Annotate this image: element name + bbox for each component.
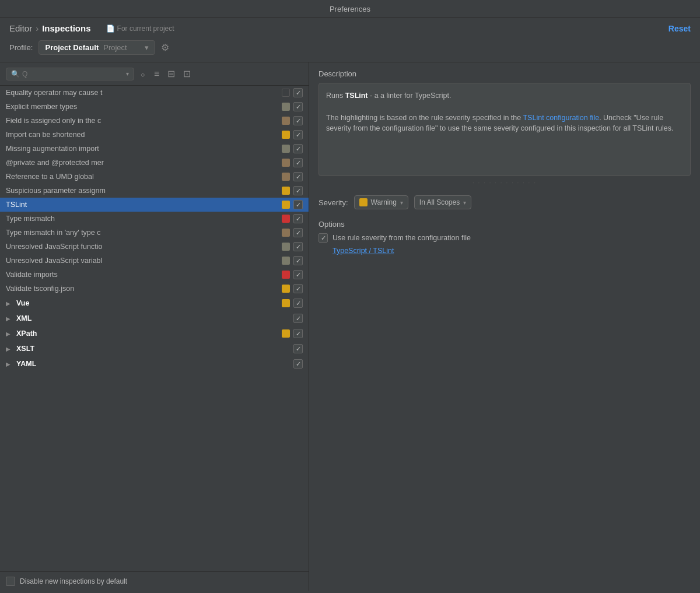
group-item[interactable]: ▶ XPath bbox=[0, 326, 309, 341]
left-panel: 🔍 ▾ ⬦ ≡ ⊟ ⊡ Equality operator may cause … bbox=[0, 62, 309, 591]
item-checkbox[interactable] bbox=[293, 88, 303, 97]
item-checkbox[interactable] bbox=[293, 172, 303, 181]
group-name: Vue bbox=[16, 299, 278, 307]
list-item[interactable]: Equality operator may cause t bbox=[0, 86, 309, 100]
list-item[interactable]: Unresolved JavaScript variabl bbox=[0, 254, 309, 268]
severity-indicator bbox=[282, 117, 290, 125]
breadcrumb: Editor › Inspections 📄 For current proje… bbox=[9, 23, 174, 33]
severity-indicator bbox=[282, 345, 290, 353]
item-checkbox[interactable] bbox=[293, 214, 303, 223]
item-checkbox[interactable] bbox=[293, 242, 303, 251]
reset-button[interactable]: Reset bbox=[668, 24, 691, 33]
item-checkbox[interactable] bbox=[293, 130, 303, 139]
severity-indicator bbox=[282, 314, 290, 322]
item-checkbox[interactable] bbox=[293, 116, 303, 125]
collapse-icon[interactable]: ⊟ bbox=[165, 67, 177, 80]
item-checkbox[interactable] bbox=[293, 144, 303, 153]
item-checkbox[interactable] bbox=[293, 200, 303, 209]
filter-icon[interactable]: ⬦ bbox=[138, 68, 148, 80]
group-checkbox[interactable] bbox=[293, 299, 303, 308]
title-bar: Preferences bbox=[0, 0, 700, 17]
list-item[interactable]: Unresolved JavaScript functio bbox=[0, 240, 309, 254]
list-item[interactable]: Field is assigned only in the c bbox=[0, 114, 309, 128]
group-checkbox[interactable] bbox=[293, 314, 303, 323]
tslint-link[interactable]: TSLint bbox=[345, 92, 368, 100]
scope-dropdown[interactable]: In All Scopes ▾ bbox=[414, 195, 471, 209]
group-checkbox[interactable] bbox=[293, 329, 303, 338]
desc-text-3: The highlighting is based on the rule se… bbox=[326, 114, 523, 122]
breadcrumb-separator: › bbox=[36, 23, 38, 33]
severity-indicator bbox=[282, 173, 290, 181]
list-item[interactable]: TSLint bbox=[0, 198, 309, 212]
list-item[interactable]: Type mismatch bbox=[0, 212, 309, 226]
search-bar: 🔍 ▾ ⬦ ≡ ⊟ ⊡ bbox=[0, 62, 309, 86]
item-name: Missing augmentation import bbox=[6, 145, 278, 153]
item-name: Unresolved JavaScript variabl bbox=[6, 257, 278, 265]
severity-indicator bbox=[282, 299, 290, 307]
list-item[interactable]: Type mismatch in 'any' type c bbox=[0, 226, 309, 240]
group-checkbox[interactable] bbox=[293, 359, 303, 369]
severity-indicator bbox=[282, 103, 290, 111]
item-name: Type mismatch bbox=[6, 215, 278, 223]
item-name: @private and @protected mer bbox=[6, 159, 278, 167]
item-checkbox[interactable] bbox=[293, 186, 303, 195]
gear-icon[interactable]: ⚙ bbox=[161, 42, 169, 53]
severity-indicator bbox=[282, 159, 290, 167]
expand-icon: ▶ bbox=[6, 315, 13, 322]
item-checkbox[interactable] bbox=[293, 284, 303, 293]
group-item[interactable]: ▶ XML bbox=[0, 311, 309, 326]
item-name: Reference to a UMD global bbox=[6, 173, 278, 181]
collapse-all-icon[interactable]: ⊡ bbox=[181, 67, 193, 80]
use-rule-severity-checkbox[interactable] bbox=[318, 233, 328, 243]
severity-indicator bbox=[282, 89, 290, 97]
item-checkbox[interactable] bbox=[293, 158, 303, 167]
group-item[interactable]: ▶ Vue bbox=[0, 296, 309, 311]
item-checkbox[interactable] bbox=[293, 270, 303, 279]
item-name: TSLint bbox=[6, 201, 278, 209]
scope-value: In All Scopes bbox=[419, 198, 460, 206]
search-input-wrap[interactable]: 🔍 ▾ bbox=[6, 68, 134, 80]
list-item[interactable]: Validate imports bbox=[0, 268, 309, 282]
list-item[interactable]: @private and @protected mer bbox=[0, 156, 309, 170]
search-input[interactable] bbox=[22, 70, 125, 78]
severity-indicator bbox=[282, 243, 290, 251]
description-label: Description bbox=[318, 69, 691, 78]
expand-icon: ▶ bbox=[6, 361, 13, 367]
list-item[interactable]: Missing augmentation import bbox=[0, 142, 309, 156]
group-item[interactable]: ▶ XSLT bbox=[0, 341, 309, 356]
severity-dropdown[interactable]: Warning ▾ bbox=[354, 195, 408, 209]
profile-row: Profile: Project Default Project ▾ ⚙ bbox=[0, 38, 700, 62]
item-checkbox[interactable] bbox=[293, 102, 303, 111]
group-item[interactable]: ▶ YAML bbox=[0, 356, 309, 371]
group-checkbox[interactable] bbox=[293, 344, 303, 353]
breadcrumb-editor: Editor bbox=[9, 23, 32, 33]
severity-indicator bbox=[282, 187, 290, 195]
severity-color-swatch bbox=[359, 198, 368, 206]
typescript-tslint-link[interactable]: TypeScript / TSLint bbox=[332, 247, 394, 255]
list-item[interactable]: Validate tsconfig.json bbox=[0, 282, 309, 296]
severity-indicator bbox=[282, 145, 290, 153]
item-checkbox[interactable] bbox=[293, 228, 303, 237]
chevron-down-icon: ▾ bbox=[463, 199, 466, 206]
severity-label: Severity: bbox=[318, 198, 348, 207]
list-item[interactable]: Import can be shortened bbox=[0, 128, 309, 142]
item-name: Suspicious parameter assignm bbox=[6, 187, 278, 195]
list-item[interactable]: Reference to a UMD global bbox=[0, 170, 309, 184]
profile-dropdown[interactable]: Project Default Project ▾ bbox=[38, 40, 155, 55]
group-name: XML bbox=[16, 314, 278, 322]
severity-indicator bbox=[282, 201, 290, 209]
item-name: Type mismatch in 'any' type c bbox=[6, 229, 278, 237]
item-checkbox[interactable] bbox=[293, 256, 303, 265]
list-item[interactable]: Explicit member types bbox=[0, 100, 309, 114]
desc-text-2: - a a linter for TypeScript. bbox=[368, 92, 452, 100]
config-link[interactable]: TSLint configuration file bbox=[523, 114, 599, 122]
expand-all-icon[interactable]: ≡ bbox=[152, 68, 162, 80]
divider-dots: · · · · · · · · · · · · bbox=[318, 176, 691, 190]
expand-icon: ▶ bbox=[6, 300, 13, 307]
disable-new-checkbox[interactable] bbox=[6, 577, 15, 586]
list-item[interactable]: Suspicious parameter assignm bbox=[0, 184, 309, 198]
breadcrumb-inspections: Inspections bbox=[42, 23, 90, 33]
item-name: Import can be shortened bbox=[6, 131, 278, 139]
group-name: XSLT bbox=[16, 345, 278, 353]
item-name: Validate tsconfig.json bbox=[6, 285, 278, 293]
